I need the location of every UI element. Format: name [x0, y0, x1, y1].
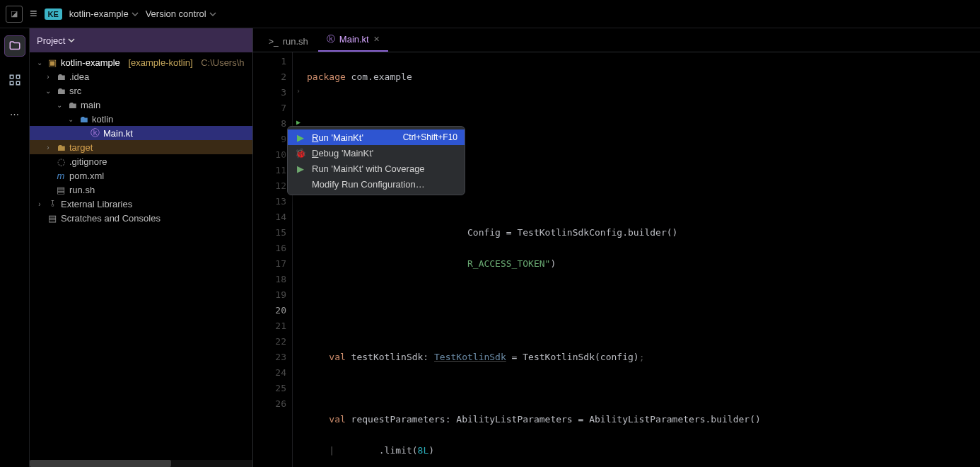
tree-target[interactable]: ›🖿 target — [30, 140, 252, 154]
ide-icon: ◪ — [6, 6, 23, 23]
structure-icon — [8, 74, 21, 86]
root-path: C:\Users\h — [201, 57, 244, 68]
tab-runsh[interactable]: >_ run.sh — [260, 31, 317, 52]
play-icon: ▶ — [295, 132, 306, 143]
sidebar-scrollbar[interactable] — [30, 460, 252, 467]
project-panel-title: Project — [37, 35, 65, 46]
project-selector[interactable]: kotlin-example — [69, 8, 139, 19]
shell-file-icon: >_ — [269, 37, 279, 47]
root-module: [example-kotlin] — [128, 57, 192, 68]
close-tab-icon[interactable]: ✕ — [373, 35, 380, 44]
tree-main[interactable]: ⌄🖿 main — [30, 98, 252, 112]
project-panel-header[interactable]: Project — [30, 28, 252, 52]
tree-pom[interactable]: m pom.xml — [30, 168, 252, 183]
tree-external[interactable]: ›⫱ External Libraries — [30, 197, 252, 211]
svg-rect-2 — [10, 81, 13, 85]
code-content[interactable]: package com.example import ... Config = … — [304, 52, 980, 467]
kotlin-file-icon: ⓚ — [327, 33, 335, 45]
project-sidebar: Project ⌄ ▣ kotlin-example [example-kotl… — [30, 28, 253, 467]
structure-tool-button[interactable] — [4, 69, 25, 91]
svg-rect-3 — [16, 81, 20, 85]
tree-root[interactable]: ⌄ ▣ kotlin-example [example-kotlin] C:\U… — [30, 55, 252, 69]
bug-icon: 🐞 — [295, 148, 306, 158]
tab-mainkt[interactable]: ⓚ Main.kt ✕ — [318, 28, 388, 52]
vcs-label: Version control — [146, 8, 206, 19]
fold-column: › ▶ — [293, 52, 304, 467]
editor-body[interactable]: 1 2 3 7 8 9 10 11 12 13 14 15 16 17 18 1… — [253, 52, 980, 467]
menu-modify-label: Modify Run Configuration… — [312, 179, 457, 190]
menu-coverage[interactable]: ▶ Run 'MainKt' with Coverage — [288, 161, 465, 176]
menu-coverage-label: Run 'MainKt' with Coverage — [312, 163, 457, 174]
project-name: kotlin-example — [69, 8, 129, 19]
tree-kotlin[interactable]: ⌄🖿 kotlin — [30, 112, 252, 126]
tree-idea[interactable]: ›🖿 .idea — [30, 69, 252, 83]
svg-rect-1 — [16, 75, 20, 79]
tree-gitignore[interactable]: ◌ .gitignore — [30, 154, 252, 168]
menu-debug[interactable]: 🐞 Debug 'MainKt' — [288, 145, 465, 161]
tree-src[interactable]: ⌄🖿 src — [30, 83, 252, 98]
scrollbar-thumb[interactable] — [30, 460, 171, 467]
fold-marker-icon[interactable]: › — [293, 83, 304, 99]
editor-area: >_ run.sh ⓚ Main.kt ✕ 1 2 3 7 8 9 10 11 … — [253, 28, 980, 467]
tree-mainkt[interactable]: ⓚ Main.kt — [30, 126, 252, 140]
menu-run[interactable]: ▶ Run 'MainKt' Ctrl+Shift+F10 — [288, 129, 465, 145]
root-label: kotlin-example — [61, 57, 120, 68]
project-tool-button[interactable] — [4, 35, 25, 57]
chevron-down-icon — [68, 37, 75, 44]
main-menu-button[interactable]: ≡ — [30, 6, 37, 21]
run-context-menu: ▶ Run 'MainKt' Ctrl+Shift+F10 🐞 Debug 'M… — [287, 126, 465, 195]
svg-rect-0 — [10, 75, 13, 79]
menu-debug-label: Debug 'MainKt' — [312, 148, 457, 158]
menu-run-label: Run 'MainKt' — [312, 132, 397, 143]
editor-tabs: >_ run.sh ⓚ Main.kt ✕ — [253, 28, 980, 52]
project-tree: ⌄ ▣ kotlin-example [example-kotlin] C:\U… — [30, 52, 252, 460]
menu-run-shortcut: Ctrl+Shift+F10 — [403, 132, 457, 142]
chevron-down-icon — [132, 11, 139, 18]
more-tool-button[interactable]: ⋯ — [4, 103, 25, 125]
menu-modify[interactable]: Modify Run Configuration… — [288, 176, 465, 192]
line-gutter: 1 2 3 7 8 9 10 11 12 13 14 15 16 17 18 1… — [253, 52, 293, 467]
project-badge: KE — [45, 8, 62, 20]
tree-scratches[interactable]: ▤ Scratches and Consoles — [30, 211, 252, 225]
tree-runsh[interactable]: ▤ run.sh — [30, 183, 252, 197]
shield-icon: ▶ — [295, 163, 306, 174]
vcs-menu[interactable]: Version control — [146, 8, 216, 19]
chevron-down-icon — [209, 11, 216, 18]
folder-icon — [8, 40, 21, 52]
tool-rail: ⋯ — [0, 28, 30, 467]
titlebar: ◪ ≡ KE kotlin-example Version control — [0, 0, 980, 28]
